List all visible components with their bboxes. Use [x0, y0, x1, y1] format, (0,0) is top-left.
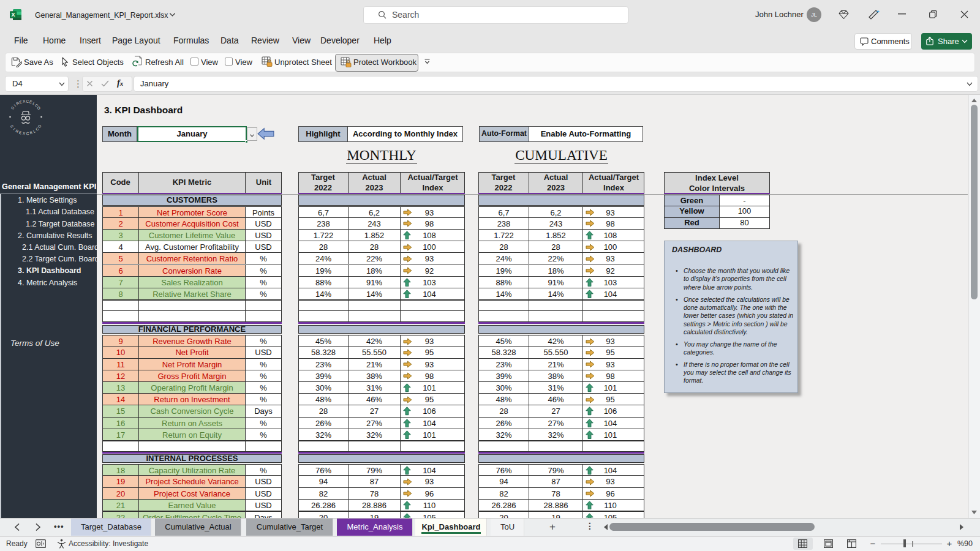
svg-text:E: E [19, 99, 23, 104]
svg-text:S: S [10, 124, 15, 128]
svg-text:E: E [18, 130, 22, 135]
svg-text:X: X [11, 12, 15, 18]
